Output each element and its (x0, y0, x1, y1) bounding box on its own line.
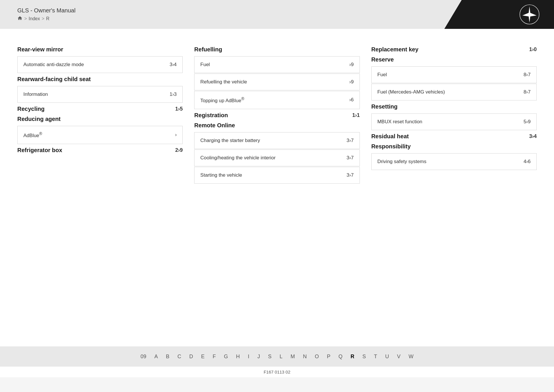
heading-recycling: Recycling 1›5 (17, 106, 183, 112)
nav-c[interactable]: C (177, 354, 181, 360)
nav-s2[interactable]: S (362, 354, 366, 360)
heading-remote-online: Remote Online (194, 122, 360, 129)
nav-i[interactable]: I (248, 354, 249, 360)
nav-h[interactable]: H (236, 354, 240, 360)
item-starting-vehicle[interactable]: Starting the vehicle 3›7 (194, 167, 360, 184)
heading-rear-view-mirror: Rear-view mirror (17, 46, 183, 53)
heading-responsibility: Responsibility (371, 143, 537, 150)
item-fuel-amg[interactable]: Fuel (Mercedes-AMG vehicles) 8›7 (371, 84, 537, 100)
nav-u[interactable]: U (385, 354, 389, 360)
breadcrumb: > Index > R (17, 16, 76, 22)
nav-t[interactable]: T (374, 354, 377, 360)
breadcrumb-sep-1: > (24, 16, 27, 21)
breadcrumb-current: R (46, 16, 50, 21)
nav-o[interactable]: O (315, 354, 319, 360)
nav-s1[interactable]: S (268, 354, 272, 360)
heading-replacement-key: Replacement key 1›0 (371, 46, 537, 53)
item-driving-safety-systems[interactable]: Driving safety systems 4›6 (371, 153, 537, 170)
nav-w[interactable]: W (409, 354, 413, 360)
heading-residual-heat: Residual heat 3›4 (371, 133, 537, 140)
section-responsibility: Responsibility Driving safety systems 4›… (371, 143, 537, 170)
nav-v[interactable]: V (397, 354, 400, 360)
column-3: Replacement key 1›0 Reserve Fuel 8›7 Fue… (371, 46, 537, 186)
breadcrumb-sep-2: > (42, 16, 44, 21)
section-registration: Registration 1›1 (194, 112, 360, 119)
item-automatic-anti-dazzle[interactable]: Automatic anti-dazzle mode 3›4 (17, 56, 183, 73)
nav-q[interactable]: Q (338, 354, 342, 360)
nav-j[interactable]: J (257, 354, 260, 360)
section-rear-view-mirror: Rear-view mirror Automatic anti-dazzle m… (17, 46, 183, 73)
section-replacement-key: Replacement key 1›0 (371, 46, 537, 53)
mercedes-logo (519, 4, 540, 25)
item-information[interactable]: Information 1›3 (17, 86, 183, 103)
heading-refrigerator-box: Refrigerator box 2›9 (17, 147, 183, 154)
nav-m[interactable]: M (291, 354, 295, 360)
nav-r[interactable]: R (351, 354, 354, 360)
home-icon[interactable] (17, 16, 23, 22)
breadcrumb-index[interactable]: Index (29, 16, 40, 21)
item-mbux-reset[interactable]: MBUX reset function 5›9 (371, 113, 537, 130)
item-fuel-refuelling[interactable]: Fuel ›9 (194, 56, 360, 73)
nav-n[interactable]: N (303, 354, 307, 360)
nav-e[interactable]: E (201, 354, 205, 360)
nav-09[interactable]: 09 (141, 354, 146, 360)
heading-refuelling: Refuelling (194, 46, 360, 53)
nav-f[interactable]: F (213, 354, 216, 360)
section-refrigerator-box: Refrigerator box 2›9 (17, 147, 183, 154)
section-recycling: Recycling 1›5 (17, 106, 183, 112)
nav-l[interactable]: L (280, 354, 282, 360)
nav-a[interactable]: A (154, 354, 158, 360)
nav-p[interactable]: P (327, 354, 330, 360)
section-resetting: Resetting MBUX reset function 5›9 (371, 103, 537, 130)
section-remote-online: Remote Online Charging the starter batte… (194, 122, 360, 184)
nav-d[interactable]: D (189, 354, 193, 360)
item-topping-up-adblue[interactable]: Topping up AdBlue® ›6 (194, 91, 360, 109)
item-charging-starter-battery[interactable]: Charging the starter battery 3›7 (194, 132, 360, 149)
item-refuelling-vehicle[interactable]: Refuelling the vehicle ›9 (194, 74, 360, 90)
index-columns: Rear-view mirror Automatic anti-dazzle m… (17, 46, 537, 186)
item-adblue[interactable]: AdBlue® › (17, 126, 183, 144)
column-2: Refuelling Fuel ›9 Refuelling the vehicl… (194, 46, 360, 186)
footer-doc-id: F167 0113 02 (0, 367, 554, 377)
section-refuelling: Refuelling Fuel ›9 Refuelling the vehicl… (194, 46, 360, 109)
item-fuel-reserve[interactable]: Fuel 8›7 (371, 66, 537, 83)
header: GLS - Owner's Manual > Index > R (0, 0, 554, 29)
heading-rearward-facing-child-seat: Rearward-facing child seat (17, 76, 183, 83)
section-residual-heat: Residual heat 3›4 (371, 133, 537, 140)
logo-area (444, 0, 554, 29)
heading-registration: Registration 1›1 (194, 112, 360, 119)
header-text: GLS - Owner's Manual > Index > R (0, 7, 76, 22)
document-title: GLS - Owner's Manual (17, 7, 76, 14)
section-rearward-facing-child-seat: Rearward-facing child seat Information 1… (17, 76, 183, 103)
nav-b[interactable]: B (166, 354, 169, 360)
item-cooling-heating-interior[interactable]: Cooling/heating the vehicle interior 3›7 (194, 150, 360, 166)
section-reducing-agent: Reducing agent AdBlue® › (17, 116, 183, 144)
heading-resetting: Resetting (371, 103, 537, 110)
heading-reserve: Reserve (371, 56, 537, 63)
column-1: Rear-view mirror Automatic anti-dazzle m… (17, 46, 183, 186)
section-reserve: Reserve Fuel 8›7 Fuel (Mercedes-AMG vehi… (371, 56, 537, 100)
main-content: Rear-view mirror Automatic anti-dazzle m… (0, 29, 554, 346)
alphabet-nav: 09 A B C D E F G H I J S L M N O P Q R S… (0, 346, 554, 367)
heading-reducing-agent: Reducing agent (17, 116, 183, 122)
nav-g[interactable]: G (224, 354, 228, 360)
